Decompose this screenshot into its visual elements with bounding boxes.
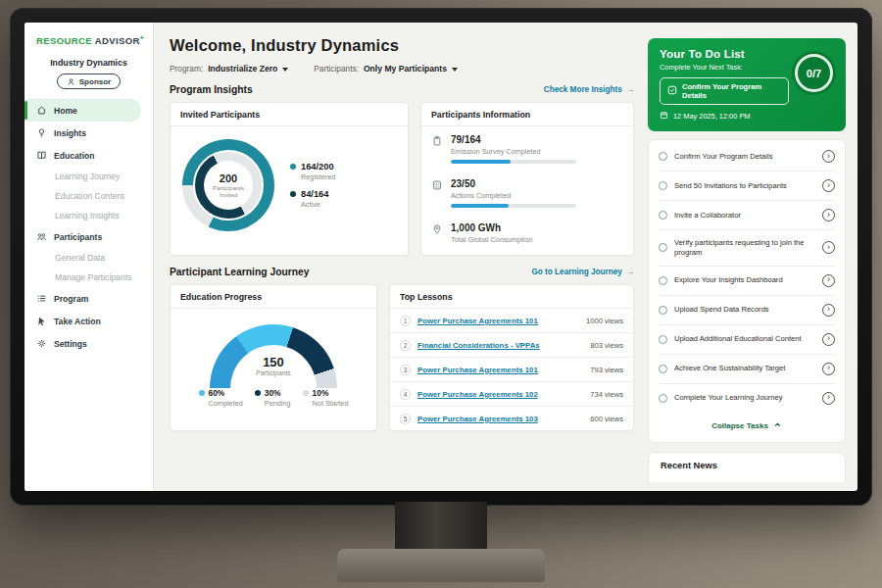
lesson-link[interactable]: Power Purchase Agreements 103 [417,415,583,423]
task-checkbox[interactable] [659,394,667,403]
task-row[interactable]: Confirm Your Program Details › [659,142,835,172]
task-row[interactable]: Invite a Collaborator › [659,201,835,230]
sponsor-label: Sponsor [79,77,111,86]
lesson-row: 3 Power Purchase Agreements 101 793 view… [390,358,633,382]
sidebar-item-program[interactable]: Program [24,287,153,310]
org-name: Industry Dynamics [24,58,153,68]
lesson-link[interactable]: Power Purchase Agreements 102 [417,390,583,399]
task-checkbox[interactable] [659,365,667,373]
chevron-right-icon[interactable]: › [822,179,835,192]
top-lessons-title: Top Lessons [390,285,633,309]
chevron-right-icon[interactable]: › [822,241,835,254]
chevron-right-icon[interactable]: › [822,363,835,375]
sidebar-item-home[interactable]: Home [24,99,141,122]
book-icon [36,150,47,161]
clipboard-icon [431,135,443,147]
task-row[interactable]: Send 50 Invitations to Participants › [659,172,835,201]
sidebar: RESOURCE ADVISOR+ Industry Dynamics Spon… [24,23,154,491]
go-to-learning-journey-link[interactable]: Go to Learning Journey → [531,268,634,276]
sponsor-badge[interactable]: Sponsor [57,74,121,89]
lesson-link[interactable]: Power Purchase Agreements 101 [417,366,583,374]
task-checkbox[interactable] [659,306,667,315]
chevron-up-icon [773,420,782,431]
task-checkbox[interactable] [659,276,667,285]
chevron-right-icon[interactable]: › [822,392,835,405]
task-row[interactable]: Achieve One Sustainability Target › [659,355,835,384]
task-row[interactable]: Verify participants requesting to join t… [659,230,835,267]
brand-plus: + [140,34,145,41]
chevron-down-icon [452,68,458,72]
legend-dot-not-started [303,390,309,396]
checklist-icon [431,179,443,191]
participants-filter-dropdown[interactable]: Participants: Only My Participants [314,64,458,74]
sidebar-item-label: Education Content [55,191,124,201]
sidebar-item-learning-insights[interactable]: Learning Insights [24,206,153,225]
legend-item-pending: 30% Pending [255,388,291,408]
chevron-right-icon[interactable]: › [822,274,835,287]
task-checkbox[interactable] [659,243,667,252]
task-checkbox[interactable] [659,181,667,190]
sidebar-item-label: Settings [54,339,87,349]
todo-header-card: Your To Do List Complete Your Next Task:… [648,38,846,131]
sidebar-item-education[interactable]: Education [24,144,153,167]
sidebar-item-learning-journey[interactable]: Learning Journey [24,167,153,186]
todo-title: Your To Do List [660,48,789,60]
todo-next-task[interactable]: Confirm Your Program Details [660,77,789,105]
education-card-title: Education Progress [171,285,376,309]
sidebar-item-participants[interactable]: Participants [24,225,153,248]
participants-filter-label: Participants: [314,64,359,74]
chevron-right-icon[interactable]: › [822,209,835,221]
task-checkbox[interactable] [659,211,667,220]
sidebar-item-label: Learning Insights [55,211,119,220]
list-icon [36,293,47,304]
page-title: Welcome, Industry Dynamics [170,36,634,55]
collapse-tasks-button[interactable]: Collapse Tasks [659,413,835,440]
sidebar-item-label: Program [54,294,88,304]
actions-progress-bar [451,204,576,208]
sidebar-item-settings[interactable]: Settings [24,332,153,355]
check-square-icon [667,85,677,97]
arrow-right-icon: → [626,85,634,94]
task-row[interactable]: Upload Spend Data Records › [659,296,835,325]
legend-dot-completed [199,390,205,396]
calendar-icon [660,111,668,122]
sidebar-item-education-content[interactable]: Education Content [24,186,153,206]
program-filter-value: Industrialize Zero [208,64,277,74]
brand-primary: RESOURCE [36,35,92,46]
chevron-right-icon[interactable]: › [822,150,835,163]
task-checkbox[interactable] [659,335,667,344]
todo-subtitle: Complete Your Next Task: [660,63,789,72]
sidebar-item-general-data[interactable]: General Data [24,248,153,268]
lightbulb-icon [36,127,47,138]
recent-news-header: Recent News [648,452,846,482]
legend-item-registered: 164/200 Registered [290,162,335,181]
task-row[interactable]: Explore Your Insights Dashboard › [659,267,835,296]
sponsor-icon [67,77,75,86]
users-icon [36,231,47,242]
chevron-right-icon[interactable]: › [822,333,835,346]
gear-icon [36,338,47,349]
legend-dot-pending [255,390,261,396]
chevron-right-icon[interactable]: › [822,304,835,317]
sidebar-item-label: Home [54,106,77,116]
sidebar-item-label: Learning Journey [55,172,120,181]
sidebar-item-insights[interactable]: Insights [24,122,153,144]
lesson-link[interactable]: Power Purchase Agreements 101 [417,317,579,325]
program-filter-dropdown[interactable]: Program: Industrialize Zero [170,64,288,74]
home-icon [36,105,47,116]
stat-emission-survey: 79/164 Emission Survey Completed [421,126,633,171]
check-more-insights-link[interactable]: Check More Insights → [544,85,634,94]
emission-progress-fill [451,160,511,164]
todo-progress-ring: 0/7 [792,51,836,95]
lesson-row: 5 Power Purchase Agreements 103 600 view… [390,407,633,430]
sidebar-item-manage-participants[interactable]: Manage Participants [24,268,153,287]
todo-due-date: 12 May 2025, 12:00 PM [660,111,789,122]
monitor-stand-base [337,549,545,582]
sidebar-item-take-action[interactable]: Take Action [24,310,153,332]
sidebar-item-label: General Data [55,253,105,263]
task-checkbox[interactable] [659,152,667,161]
gauge-legend: 60% Completed 30% Pending [180,388,367,408]
task-row[interactable]: Complete Your Learning Journey › [659,384,835,413]
task-row[interactable]: Upload Additional Educational Content › [659,325,835,355]
lesson-link[interactable]: Financial Considerations - VPPAs [417,341,583,350]
